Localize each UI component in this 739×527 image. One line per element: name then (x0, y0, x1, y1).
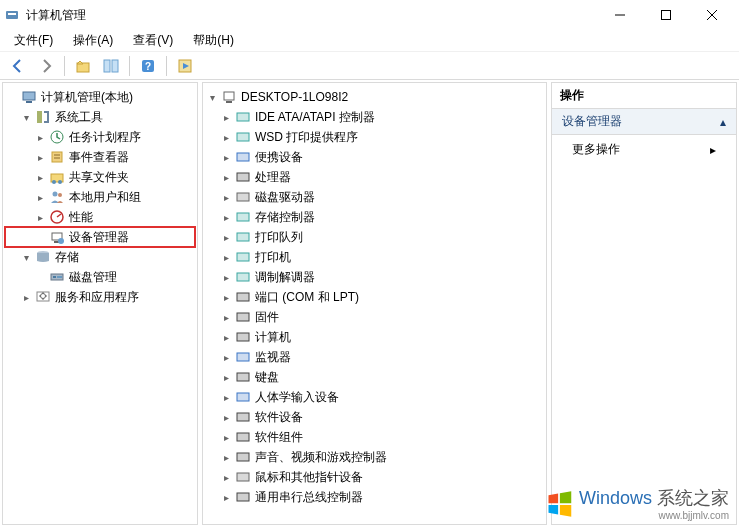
chevron-right-icon[interactable]: ▸ (219, 110, 233, 124)
menu-action[interactable]: 操作(A) (67, 30, 119, 51)
chevron-right-icon[interactable]: ▸ (219, 430, 233, 444)
tree-local-users[interactable]: ▸ 本地用户和组 (5, 187, 195, 207)
menubar: 文件(F) 操作(A) 查看(V) 帮助(H) (0, 30, 739, 52)
chevron-right-icon[interactable]: ▸ (219, 130, 233, 144)
device-category[interactable]: ▸固件 (205, 307, 544, 327)
device-category[interactable]: ▸WSD 打印提供程序 (205, 127, 544, 147)
device-category[interactable]: ▸监视器 (205, 347, 544, 367)
chevron-down-icon[interactable]: ▾ (19, 250, 33, 264)
tree-shared-folders[interactable]: ▸ 共享文件夹 (5, 167, 195, 187)
menu-file[interactable]: 文件(F) (8, 30, 59, 51)
actions-more[interactable]: 更多操作 ▸ (552, 135, 736, 164)
device-category-label: 便携设备 (255, 149, 303, 166)
chevron-right-icon[interactable]: ▸ (19, 290, 33, 304)
chevron-right-icon[interactable]: ▸ (219, 210, 233, 224)
device-category[interactable]: ▸打印机 (205, 247, 544, 267)
usb-icon (235, 489, 251, 505)
tree-disk-management[interactable]: 磁盘管理 (5, 267, 195, 287)
tree-root-computer-management[interactable]: 计算机管理(本地) (5, 87, 195, 107)
tree-label: 计算机管理(本地) (41, 89, 133, 106)
chevron-down-icon[interactable]: ▾ (19, 110, 33, 124)
device-root[interactable]: ▾ DESKTOP-1LO98I2 (205, 87, 544, 107)
tree-task-scheduler[interactable]: ▸ 任务计划程序 (5, 127, 195, 147)
chevron-right-icon[interactable]: ▸ (219, 270, 233, 284)
chevron-down-icon[interactable]: ▾ (205, 90, 219, 104)
chevron-right-icon[interactable]: ▸ (219, 230, 233, 244)
chevron-right-icon[interactable]: ▸ (219, 170, 233, 184)
properties-button[interactable] (99, 55, 123, 77)
device-category[interactable]: ▸键盘 (205, 367, 544, 387)
chevron-right-icon[interactable]: ▸ (219, 250, 233, 264)
actions-pane: 操作 设备管理器 ▴ 更多操作 ▸ (551, 82, 737, 525)
svg-rect-61 (237, 353, 249, 361)
tree-device-manager[interactable]: 设备管理器 (5, 227, 195, 247)
device-category[interactable]: ▸打印队列 (205, 227, 544, 247)
svg-rect-3 (662, 11, 671, 20)
menu-view[interactable]: 查看(V) (127, 30, 179, 51)
tree-label: 存储 (55, 249, 79, 266)
forward-button[interactable] (34, 55, 58, 77)
maximize-button[interactable] (643, 0, 689, 30)
device-category[interactable]: ▸鼠标和其他指针设备 (205, 467, 544, 487)
chevron-right-icon[interactable]: ▸ (219, 330, 233, 344)
chevron-right-icon[interactable]: ▸ (219, 190, 233, 204)
device-category[interactable]: ▸端口 (COM 和 LPT) (205, 287, 544, 307)
svg-rect-15 (37, 111, 42, 123)
device-category-label: 鼠标和其他指针设备 (255, 469, 363, 486)
tree-event-viewer[interactable]: ▸ 事件查看器 (5, 147, 195, 167)
device-category[interactable]: ▸声音、视频和游戏控制器 (205, 447, 544, 467)
tree-label: 服务和应用程序 (55, 289, 139, 306)
chevron-right-icon[interactable]: ▸ (33, 170, 47, 184)
back-button[interactable] (6, 55, 30, 77)
device-category[interactable]: ▸IDE ATA/ATAPI 控制器 (205, 107, 544, 127)
storage-icon (35, 249, 51, 265)
chevron-right-icon[interactable]: ▸ (219, 450, 233, 464)
svg-rect-7 (104, 60, 110, 72)
device-category[interactable]: ▸磁盘驱动器 (205, 187, 544, 207)
tree-storage[interactable]: ▾ 存储 (5, 247, 195, 267)
device-category[interactable]: ▸软件设备 (205, 407, 544, 427)
device-category[interactable]: ▸通用串行总线控制器 (205, 487, 544, 507)
device-category[interactable]: ▸软件组件 (205, 427, 544, 447)
device-category[interactable]: ▸存储控制器 (205, 207, 544, 227)
device-category[interactable]: ▸人体学输入设备 (205, 387, 544, 407)
chevron-right-icon[interactable]: ▸ (219, 470, 233, 484)
chevron-right-icon[interactable]: ▸ (219, 390, 233, 404)
windows-logo-icon (545, 490, 573, 518)
chevron-right-icon[interactable]: ▸ (219, 370, 233, 384)
chevron-right-icon[interactable]: ▸ (219, 290, 233, 304)
tree-services-apps[interactable]: ▸ 服务和应用程序 (5, 287, 195, 307)
chevron-right-icon[interactable]: ▸ (33, 190, 47, 204)
menu-help[interactable]: 帮助(H) (187, 30, 240, 51)
svg-rect-69 (237, 433, 249, 441)
device-category[interactable]: ▸便携设备 (205, 147, 544, 167)
up-button[interactable] (71, 55, 95, 77)
chevron-right-icon[interactable]: ▸ (219, 150, 233, 164)
disk-icon (235, 189, 251, 205)
chevron-right-icon[interactable]: ▸ (219, 490, 233, 504)
device-category[interactable]: ▸处理器 (205, 167, 544, 187)
chevron-right-icon[interactable]: ▸ (219, 310, 233, 324)
chevron-right-icon[interactable]: ▸ (219, 410, 233, 424)
chevron-right-icon[interactable]: ▸ (219, 350, 233, 364)
close-button[interactable] (689, 0, 735, 30)
svg-rect-55 (237, 293, 249, 301)
mouse-icon (235, 469, 251, 485)
chevron-right-icon[interactable]: ▸ (33, 210, 47, 224)
performance-icon (49, 209, 65, 225)
actions-context[interactable]: 设备管理器 ▴ (552, 109, 736, 135)
device-category[interactable]: ▸计算机 (205, 327, 544, 347)
disk-management-icon (49, 269, 65, 285)
chevron-right-icon[interactable]: ▸ (33, 130, 47, 144)
action-button[interactable] (173, 55, 197, 77)
svg-rect-37 (237, 113, 249, 121)
minimize-button[interactable] (597, 0, 643, 30)
tree-performance[interactable]: ▸ 性能 (5, 207, 195, 227)
help-button[interactable]: ? (136, 55, 160, 77)
tree-system-tools[interactable]: ▾ 系统工具 (5, 107, 195, 127)
collapse-icon[interactable]: ▴ (720, 115, 726, 129)
device-category[interactable]: ▸调制解调器 (205, 267, 544, 287)
svg-rect-45 (237, 193, 249, 201)
ide-icon (235, 109, 251, 125)
chevron-right-icon[interactable]: ▸ (33, 150, 47, 164)
